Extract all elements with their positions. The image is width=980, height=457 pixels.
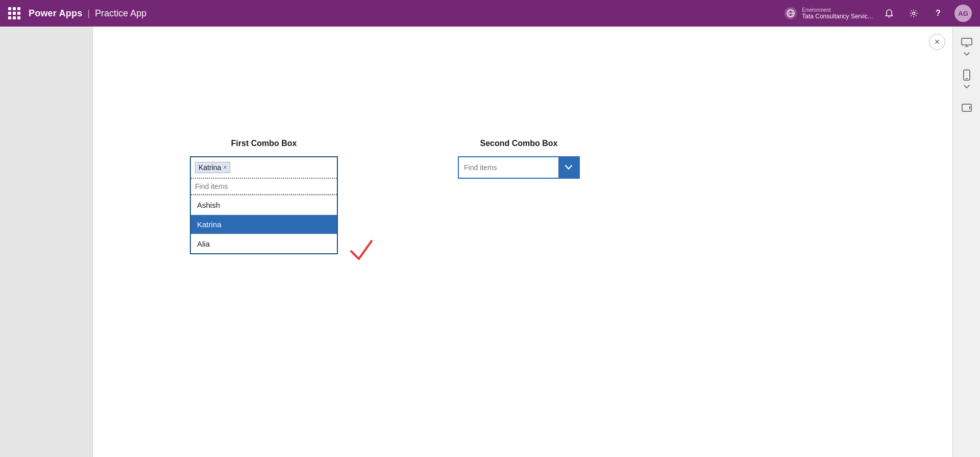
mobile-icon-group — [959, 67, 974, 90]
canvas-content: First Combo Box Katrina × — [93, 27, 952, 254]
close-button[interactable]: × — [929, 34, 945, 50]
mobile-icon[interactable] — [959, 67, 974, 83]
combo-item-alia[interactable]: Alia — [191, 234, 337, 253]
second-combo-dropdown-btn[interactable] — [558, 157, 579, 178]
first-combo-label: First Combo Box — [190, 139, 338, 148]
second-combo-search-input[interactable] — [459, 159, 558, 176]
tablet-icon-group — [959, 100, 974, 115]
navbar-app-name: Practice App — [95, 8, 146, 19]
combo-tag-katrina[interactable]: Katrina × — [195, 162, 230, 173]
main-layout: × First Combo Box Katrina × — [0, 27, 980, 457]
left-sidebar — [0, 27, 93, 457]
environment-name: Tata Consultancy Servic... — [802, 13, 873, 20]
first-combo-section: First Combo Box Katrina × — [190, 139, 338, 254]
combo-item-katrina[interactable]: Katrina — [191, 215, 337, 234]
tablet-icon[interactable] — [959, 100, 974, 115]
combo-item-ashish[interactable]: Ashish — [191, 196, 337, 215]
first-combo-box[interactable]: Katrina × Ashish Katrina Alia — [190, 156, 338, 254]
second-combo-section: Second Combo Box — [458, 139, 580, 179]
settings-button[interactable] — [905, 5, 922, 21]
combo-tag-remove[interactable]: × — [223, 164, 227, 171]
right-sidebar — [952, 27, 980, 457]
combo-selected-area: Katrina × — [191, 157, 337, 178]
navbar-right: Environment Tata Consultancy Servic... ?… — [785, 5, 972, 22]
notification-button[interactable] — [881, 5, 897, 21]
combo-search-input[interactable] — [195, 182, 333, 190]
desktop-chevron-icon[interactable] — [964, 51, 970, 57]
user-avatar[interactable]: AG — [954, 5, 972, 22]
mobile-chevron-icon[interactable] — [964, 84, 970, 90]
navbar-separator: | — [87, 8, 90, 19]
canvas-area: × First Combo Box Katrina × — [93, 27, 952, 457]
navbar: Power Apps | Practice App Environment Ta… — [0, 0, 980, 27]
environment-icon — [785, 7, 797, 19]
navbar-title: Power Apps — [29, 8, 82, 19]
second-combo-label: Second Combo Box — [458, 139, 580, 148]
apps-grid-icon[interactable] — [8, 7, 20, 19]
combo-search-row — [191, 178, 337, 195]
desktop-icon-group — [959, 35, 974, 57]
combo-dropdown: Ashish Katrina Alia — [191, 195, 337, 253]
combo-tag-text: Katrina — [199, 163, 221, 172]
svg-point-3 — [913, 12, 915, 15]
environment-label: Environment — [802, 7, 873, 13]
second-combo-box[interactable] — [458, 156, 580, 179]
checkmark-annotation — [346, 236, 377, 263]
environment-block[interactable]: Environment Tata Consultancy Servic... — [785, 7, 873, 20]
desktop-icon[interactable] — [959, 35, 974, 50]
svg-rect-4 — [962, 38, 972, 45]
help-button[interactable]: ? — [930, 5, 946, 21]
environment-text: Environment Tata Consultancy Servic... — [802, 7, 873, 20]
